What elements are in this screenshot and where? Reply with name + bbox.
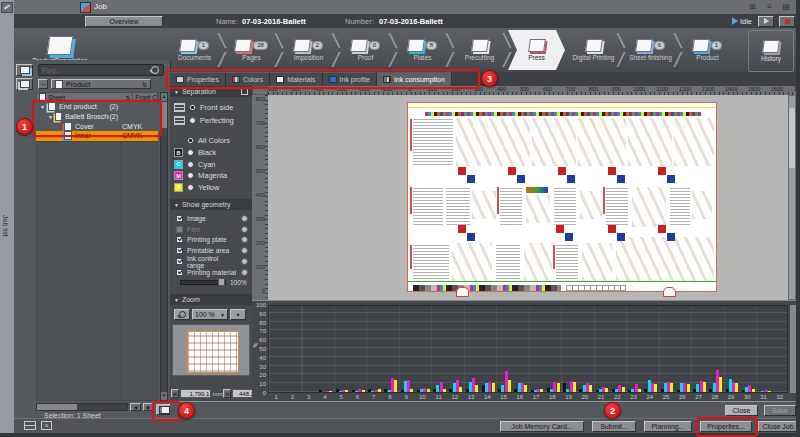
side-option-perfecting[interactable]: Perfecting (174, 114, 250, 127)
side-option-front-side[interactable]: Front side (174, 101, 250, 114)
job-list-tab[interactable]: Job list (2, 215, 9, 237)
overview-button[interactable]: Overview (85, 16, 163, 27)
expander-icon[interactable]: ▼ (40, 104, 46, 110)
workflow-step-imposition[interactable]: 2Imposition (280, 30, 337, 70)
app-menu-icon[interactable] (1, 2, 13, 13)
find-input[interactable] (39, 67, 151, 74)
printer-icon[interactable] (24, 421, 36, 430)
front-side-radio[interactable] (189, 104, 196, 111)
search-icon[interactable] (151, 66, 159, 74)
zoom-level-select[interactable]: 100 % ▼ (192, 309, 228, 320)
zoom-tool-button[interactable] (174, 309, 190, 320)
tab-ink-profile[interactable]: Ink profile (323, 72, 377, 86)
scroll-thumb[interactable] (161, 102, 167, 128)
window-detach-icon[interactable]: ⊞ (749, 2, 756, 11)
separation-header[interactable]: ▼ Separation (170, 86, 252, 97)
workflow-step-documents[interactable]: 1Documents (166, 30, 223, 70)
tree-vertical-scrollbar[interactable]: ▲ ▼ (160, 92, 168, 401)
perfecting-radio[interactable] (189, 117, 196, 124)
all-colors-option[interactable]: All Colors (174, 134, 250, 147)
workflow-step-product[interactable]: 1Product (679, 30, 736, 70)
view-mode-sheets-button[interactable] (16, 64, 33, 76)
all-colors-radio[interactable] (187, 137, 194, 144)
printing-plate-checkbox[interactable] (176, 236, 183, 243)
tree-row-cover[interactable]: CoverCMYK (36, 121, 158, 131)
image-checkbox[interactable] (176, 215, 183, 222)
printing-material-highlight-button[interactable] (241, 269, 248, 276)
tab-materials[interactable]: Materials (270, 72, 322, 86)
film-highlight-button[interactable] (241, 226, 248, 233)
scroll-down-icon[interactable]: ▼ (161, 392, 167, 400)
submit-button[interactable]: Submit... (592, 421, 636, 432)
close-job-button[interactable]: Close Job (758, 421, 798, 432)
image-highlight-button[interactable] (241, 215, 248, 222)
start-processing-button[interactable] (758, 16, 774, 27)
film-checkbox[interactable] (176, 226, 183, 233)
grid-delete-icon[interactable]: × (41, 421, 52, 430)
view-mode-pages-button[interactable] (16, 78, 33, 90)
ink-control-range-checkbox[interactable] (176, 258, 183, 265)
yellow-swatch: Y (174, 183, 183, 192)
printing-material-checkbox[interactable] (176, 269, 183, 276)
tab-colors[interactable]: Colors (226, 72, 270, 86)
opacity-slider[interactable] (180, 280, 226, 285)
yellow-radio[interactable] (187, 184, 194, 191)
workflow-step-digital-printing[interactable]: Digital Printing (565, 30, 622, 70)
workflow-step-sheet-finishing[interactable]: 6Sheet finishing (622, 30, 679, 70)
ink-control-range-highlight-button[interactable] (241, 258, 248, 265)
ink-chart-plot[interactable] (268, 305, 788, 393)
window-tile-icon[interactable]: ≡ (767, 2, 772, 11)
show-geometry-header[interactable]: ▼ Show geometry (170, 199, 252, 210)
color-option-cyan[interactable]: CCyan (174, 159, 250, 171)
properties-button[interactable]: Properties... (700, 421, 752, 432)
close-button[interactable]: Close (725, 405, 758, 416)
column-front-color[interactable]: Front C (135, 94, 157, 101)
navigator-sheet-thumbnail[interactable] (187, 331, 239, 373)
tree-row-inner[interactable]: InnerCMYK (36, 131, 158, 141)
tree-row-end-product[interactable]: ▼End product(2) (36, 102, 158, 112)
hscroll-thumb[interactable] (37, 404, 77, 410)
column-sheet[interactable]: Sheet (48, 94, 65, 101)
printable-area-checkbox[interactable] (176, 247, 183, 254)
hscroll-left-button[interactable]: ◀ (130, 403, 141, 411)
workflow-step-press[interactable]: Press (508, 30, 565, 70)
sort-icon[interactable]: ⇅ (125, 94, 130, 101)
workflow-step-precutting[interactable]: Precutting (451, 30, 508, 70)
color-option-magenta[interactable]: MMagenta (174, 170, 250, 182)
expander-icon[interactable]: ▼ (48, 114, 53, 120)
history-button[interactable]: History (748, 30, 794, 72)
scroll-up-icon[interactable]: ▲ (161, 93, 167, 101)
preview-scroll-thumb[interactable] (789, 108, 795, 168)
magenta-radio[interactable] (187, 172, 194, 179)
job-memory-card-button[interactable]: Job Memory Card... (500, 421, 584, 432)
slider-thumb-icon[interactable] (218, 278, 225, 286)
page-text-block (413, 245, 449, 279)
collapse-all-button[interactable]: − (38, 79, 48, 89)
cyan-radio[interactable] (187, 161, 194, 168)
color-option-yellow[interactable]: YYellow (174, 182, 250, 194)
workflow-step-proof[interactable]: 0Proof (337, 30, 394, 70)
tab-ink-consumption[interactable]: Ink consumption (377, 72, 452, 86)
geometry-item-film: Film (176, 224, 248, 235)
save-button[interactable]: Save (764, 405, 796, 416)
tree-row-ballett-brosch[interactable]: ▼Ballett Broschü...(2) (36, 112, 158, 122)
workflow-step-pages[interactable]: 28Pages (223, 30, 280, 70)
planning-button[interactable]: Planning... (644, 421, 692, 432)
separation-checkbox[interactable] (241, 88, 248, 95)
stop-processing-button[interactable] (779, 16, 795, 27)
tab-properties[interactable]: Properties (170, 72, 226, 86)
printable-area-highlight-button[interactable] (241, 247, 248, 254)
tree-horizontal-scrollbar[interactable] (36, 403, 128, 411)
window-panel-icon[interactable]: ▤ (782, 2, 790, 11)
zoom-header[interactable]: ▼ Zoom (170, 294, 252, 305)
view-selector[interactable]: Product ⇅ (51, 79, 151, 89)
preview-vertical-scrollbar[interactable] (788, 95, 796, 300)
x-coord-field[interactable]: 1,799.1 (180, 389, 212, 398)
color-option-black[interactable]: BBlack (174, 147, 250, 159)
black-radio[interactable] (187, 149, 194, 156)
pan-tool-button[interactable]: ✦ (230, 309, 246, 320)
printing-plate-highlight-button[interactable] (241, 236, 248, 243)
hscroll-right-button[interactable]: ▶ (143, 403, 154, 411)
workflow-step-plates[interactable]: 8Plates (394, 30, 451, 70)
sheet-preview-canvas[interactable] (268, 95, 788, 300)
